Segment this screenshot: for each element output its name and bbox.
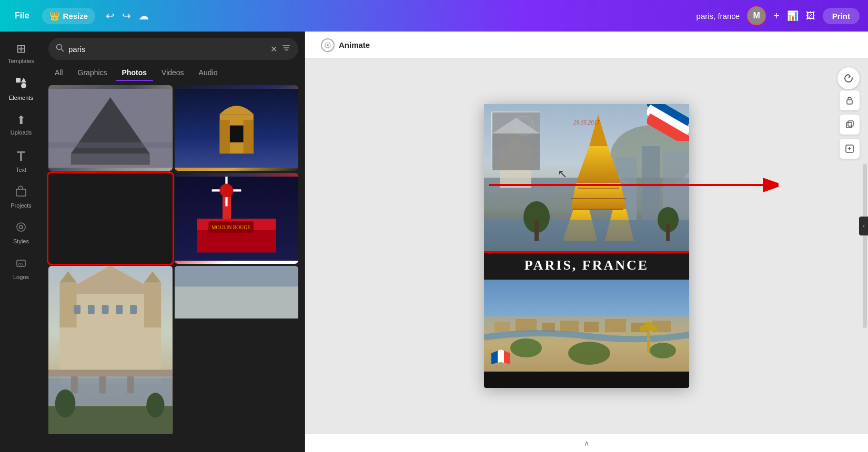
search-bar: ✕ [48, 38, 298, 60]
user-avatar[interactable]: M [747, 6, 766, 25]
search-icon [56, 44, 64, 54]
sidebar-item-templates[interactable]: ⊞ Templates [2, 37, 40, 69]
svg-rect-43 [116, 305, 123, 314]
add-element-button[interactable] [840, 139, 860, 159]
svg-rect-30 [197, 230, 276, 252]
bottom-bar: ∧ [305, 433, 868, 452]
sidebar: ⊞ Templates Elements ⬆ Uploads T Text [0, 32, 42, 452]
svg-rect-92 [584, 322, 599, 332]
tab-audio[interactable]: Audio [193, 65, 224, 81]
svg-rect-82 [492, 133, 540, 170]
svg-point-24 [219, 183, 233, 197]
svg-marker-66 [571, 183, 626, 209]
svg-point-101 [568, 342, 610, 365]
photo-louvre[interactable] [48, 85, 173, 171]
undo-icon: ↩ [106, 9, 115, 22]
content-panel: ✕ All Graphics Photos Videos Audio [42, 32, 305, 452]
svg-rect-88 [494, 322, 510, 332]
svg-rect-19 [219, 119, 229, 153]
chart-icon: 📊 [787, 11, 799, 21]
tab-photos[interactable]: Photos [116, 65, 153, 81]
cloud-icon: ☁ [138, 9, 149, 22]
redo-button[interactable]: ↪ [122, 9, 131, 22]
clear-search-icon[interactable]: ✕ [270, 44, 277, 54]
postcard-title: PARIS, FRANCE [490, 258, 683, 273]
redo-icon: ↪ [122, 9, 131, 22]
svg-rect-21 [229, 125, 243, 142]
sidebar-item-projects[interactable]: Projects [2, 180, 40, 214]
undo-button[interactable]: ↩ [106, 9, 115, 22]
sidebar-item-uploads[interactable]: ⬆ Uploads [2, 108, 40, 141]
tab-videos[interactable]: Videos [155, 65, 190, 81]
photo-moulin-rouge[interactable]: MOULIN ROUGE [175, 173, 299, 264]
canvas-right-toolbar [840, 90, 860, 159]
canvas-scrollbar[interactable] [863, 164, 867, 328]
project-name[interactable]: paris, france [697, 12, 740, 20]
resize-button[interactable]: 👑 Resize [42, 8, 96, 24]
postcard-bottom-photo [484, 280, 689, 372]
svg-rect-55 [175, 286, 299, 319]
svg-marker-1 [21, 78, 26, 83]
header-icons-group: ↩ ↪ ☁ [106, 9, 149, 22]
postcard-top-image[interactable]: 29.05.2017 ↖ [484, 104, 689, 251]
photo-selected-dark[interactable] [48, 173, 173, 264]
svg-point-100 [510, 338, 542, 357]
svg-text:co.: co. [18, 262, 24, 266]
svg-rect-42 [102, 305, 109, 314]
filter-icon[interactable] [281, 43, 291, 55]
projects-label: Projects [11, 202, 32, 209]
svg-rect-106 [846, 122, 852, 128]
photo-arc-de-triomphe[interactable] [175, 85, 299, 171]
analytics-button[interactable]: 📊 [787, 10, 799, 22]
elements-icon [15, 77, 27, 93]
svg-point-57 [327, 44, 329, 46]
canvas-area: Animate [305, 32, 868, 452]
postcard-title-area: PARIS, FRANCE [484, 251, 689, 280]
sidebar-item-text[interactable]: T Text [2, 143, 40, 178]
tab-graphics[interactable]: Graphics [72, 65, 114, 81]
cloud-save-button[interactable]: ☁ [138, 9, 149, 22]
canvas-toolbar: Animate [305, 32, 868, 59]
scroll-up-chevron[interactable]: ∧ [584, 439, 589, 447]
styles-icon [15, 221, 27, 236]
svg-rect-91 [560, 321, 579, 332]
svg-rect-15 [71, 153, 150, 165]
animate-button[interactable]: Animate [314, 35, 377, 55]
publish-icon: 🖼 [806, 11, 815, 21]
crown-icon: 👑 [49, 11, 60, 21]
lock-button[interactable] [840, 90, 860, 110]
svg-rect-46 [48, 369, 173, 376]
canvas-container[interactable]: 29.05.2017 ↖ PARIS, FRANCE [305, 59, 868, 433]
print-button[interactable]: Print [823, 8, 860, 24]
svg-rect-16 [48, 142, 173, 148]
tab-all[interactable]: All [48, 65, 69, 81]
svg-rect-36 [59, 283, 76, 328]
svg-rect-93 [605, 319, 626, 332]
text-icon: T [17, 148, 25, 165]
sidebar-item-elements[interactable]: Elements [2, 71, 40, 106]
collapse-panel-button[interactable]: ‹ [859, 217, 868, 235]
file-menu[interactable]: File [8, 8, 36, 24]
publish-button[interactable]: 🖼 [806, 11, 815, 22]
postcard-overlay-small-photo [491, 111, 539, 169]
sidebar-item-logos[interactable]: co. Logos [2, 252, 40, 285]
refresh-button[interactable] [837, 67, 860, 89]
sidebar-item-styles[interactable]: Styles [2, 216, 40, 250]
svg-point-2 [21, 83, 26, 88]
svg-rect-62 [642, 146, 660, 220]
photo-grid: MOULIN ROUGE [42, 81, 305, 452]
styles-label: Styles [13, 238, 29, 244]
search-input[interactable] [68, 45, 266, 54]
logos-icon: co. [15, 257, 27, 272]
duplicate-button[interactable] [840, 115, 860, 135]
svg-rect-96 [647, 327, 650, 353]
photo-partial-bottom[interactable] [175, 266, 299, 325]
uploads-label: Uploads [11, 129, 32, 136]
main-layout: ⊞ Templates Elements ⬆ Uploads T Text [0, 32, 868, 452]
photo-seine-river[interactable] [48, 266, 173, 448]
french-flag-ribbon [647, 104, 689, 141]
postcard-design[interactable]: 29.05.2017 ↖ PARIS, FRANCE [484, 104, 689, 388]
add-collaborator-button[interactable]: + [773, 10, 780, 22]
svg-point-52 [55, 389, 76, 418]
resize-label: Resize [63, 12, 88, 20]
